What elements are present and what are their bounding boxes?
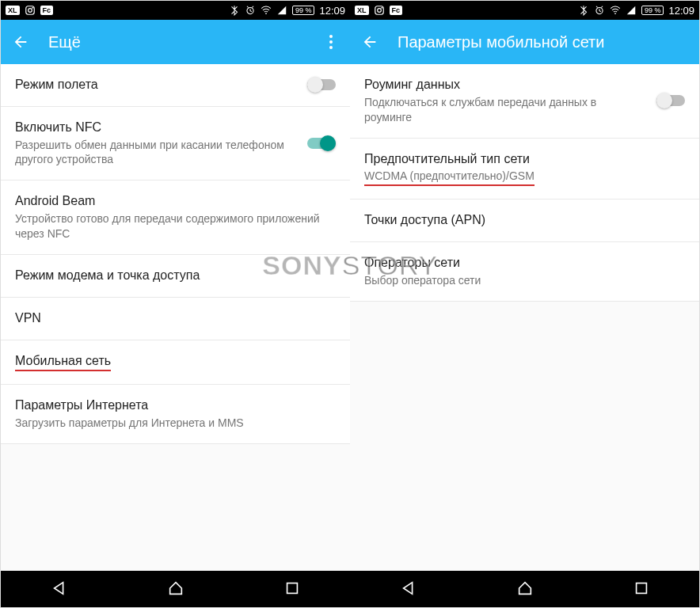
phone-screen-left: XL Fc 99 % 12:09 Ещё Режим полета xyxy=(1,1,350,608)
item-apn[interactable]: Точки доступа (APN) xyxy=(350,200,699,242)
airplane-switch[interactable] xyxy=(307,77,336,93)
item-title: Точки доступа (APN) xyxy=(364,212,685,229)
nav-recent-button[interactable] xyxy=(617,572,666,608)
app-bar: Ещё xyxy=(1,20,350,64)
signal-icon xyxy=(626,5,637,16)
item-title: Режим модема и точка доступа xyxy=(15,268,336,284)
app-badge-icon: Fc xyxy=(390,6,403,15)
status-bar: XL Fc 99 % 12:09 xyxy=(1,1,350,20)
home-icon xyxy=(516,580,534,597)
app-bar: Параметры мобильной сети xyxy=(350,20,699,64)
svg-point-10 xyxy=(614,13,616,14)
item-subtitle: Устройство готово для передачи содержимо… xyxy=(15,211,336,241)
item-title: Android Beam xyxy=(15,193,336,210)
nav-back-button[interactable] xyxy=(35,572,84,608)
battery-icon: 99 % xyxy=(292,6,315,15)
item-airplane-mode[interactable]: Режим полета xyxy=(1,64,350,107)
triangle-back-icon xyxy=(400,580,417,597)
home-icon xyxy=(167,580,185,597)
phone-screen-right: XL Fc 99 % 12:09 Параметры мобильной сет… xyxy=(350,1,699,608)
item-data-roaming[interactable]: Роуминг данных Подключаться к службам пе… xyxy=(350,64,699,139)
battery-icon: 99 % xyxy=(641,6,664,15)
square-recent-icon xyxy=(283,580,301,597)
navigation-bar xyxy=(1,571,350,608)
svg-point-4 xyxy=(265,13,267,14)
carrier-badge-icon: XL xyxy=(355,6,369,15)
nav-back-button[interactable] xyxy=(384,572,433,608)
page-title: Ещё xyxy=(48,33,304,51)
item-subtitle: Выбор оператора сети xyxy=(364,273,685,288)
wifi-icon xyxy=(610,5,621,16)
instagram-icon xyxy=(25,5,36,16)
wifi-icon xyxy=(261,5,272,16)
svg-rect-5 xyxy=(287,583,297,594)
item-title: VPN xyxy=(15,310,336,327)
nav-recent-button[interactable] xyxy=(268,572,317,608)
bluetooth-icon xyxy=(578,5,589,16)
item-subtitle: Подключаться к службам передачи данных в… xyxy=(364,95,647,125)
instagram-icon xyxy=(374,5,385,16)
item-title: Роуминг данных xyxy=(364,77,647,93)
svg-point-7 xyxy=(377,9,381,13)
alarm-icon xyxy=(594,5,605,16)
page-title: Параметры мобильной сети xyxy=(398,33,688,51)
overflow-menu-icon[interactable] xyxy=(323,35,339,49)
item-tethering[interactable]: Режим модема и точка доступа xyxy=(1,255,350,298)
svg-rect-11 xyxy=(636,583,646,594)
item-internet-params[interactable]: Параметры Интернета Загрузить параметры … xyxy=(1,385,350,444)
item-subtitle: WCDMA (предпочтительно)/GSM xyxy=(364,169,535,186)
item-subtitle: Разрешить обмен данными при касании теле… xyxy=(15,138,298,168)
item-mobile-network[interactable]: Мобильная сеть xyxy=(1,340,350,386)
back-icon[interactable] xyxy=(361,33,379,51)
roaming-switch[interactable] xyxy=(656,93,685,108)
item-title: Предпочтительный тип сети xyxy=(364,151,685,168)
app-badge-icon: Fc xyxy=(40,6,54,15)
navigation-bar xyxy=(350,571,699,608)
settings-list: Роуминг данных Подключаться к службам пе… xyxy=(350,64,699,571)
clock-text: 12:09 xyxy=(668,5,694,17)
svg-point-8 xyxy=(381,7,382,9)
item-preferred-network[interactable]: Предпочтительный тип сети WCDMA (предпоч… xyxy=(350,139,699,200)
square-recent-icon xyxy=(633,580,650,597)
item-nfc[interactable]: Включить NFC Разрешить обмен данными при… xyxy=(1,107,350,181)
item-network-operators[interactable]: Операторы сети Выбор оператора сети xyxy=(350,242,699,302)
item-subtitle: Загрузить параметры для Интернета и MMS xyxy=(15,416,336,431)
item-vpn[interactable]: VPN xyxy=(1,298,350,340)
triangle-back-icon xyxy=(51,580,68,597)
item-title: Включить NFC xyxy=(15,120,298,136)
item-title: Мобильная сеть xyxy=(15,353,111,372)
alarm-icon xyxy=(245,5,256,16)
nfc-switch[interactable] xyxy=(307,135,336,151)
item-title: Параметры Интернета xyxy=(15,397,336,414)
svg-point-1 xyxy=(28,9,32,13)
item-android-beam[interactable]: Android Beam Устройство готово для перед… xyxy=(1,180,350,255)
nav-home-button[interactable] xyxy=(151,572,200,608)
item-title: Режим полета xyxy=(15,77,298,93)
carrier-badge-icon: XL xyxy=(6,6,20,15)
nav-home-button[interactable] xyxy=(500,572,550,608)
clock-text: 12:09 xyxy=(319,5,345,17)
settings-list: Режим полета Включить NFC Разрешить обме… xyxy=(1,64,350,571)
signal-icon xyxy=(276,5,287,16)
svg-point-2 xyxy=(32,7,33,9)
status-bar: XL Fc 99 % 12:09 xyxy=(350,1,699,20)
item-title: Операторы сети xyxy=(364,255,685,272)
bluetooth-icon xyxy=(229,5,240,16)
back-icon[interactable] xyxy=(12,33,29,51)
